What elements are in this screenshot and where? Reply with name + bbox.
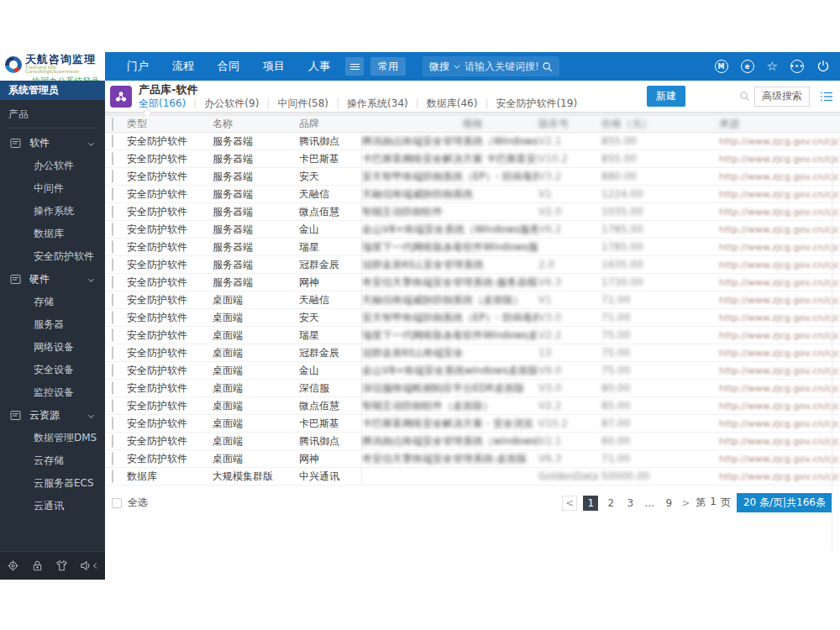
- nav-item[interactable]: 人事: [297, 59, 342, 74]
- row-checkbox[interactable]: [112, 470, 113, 483]
- advanced-search-button[interactable]: 高级搜索: [754, 87, 810, 107]
- nav-item-pinned[interactable]: 常用: [370, 57, 406, 76]
- table-body: 安全防护软件 服务器端 腾讯御点 腾讯御点终端安全管理系统（Windows版） …: [105, 133, 840, 486]
- nav-item[interactable]: 门户: [115, 59, 160, 74]
- row-checkbox[interactable]: [112, 134, 113, 148]
- row-checkbox[interactable]: [112, 381, 113, 395]
- category-tab[interactable]: 办公软件(9): [186, 97, 259, 109]
- sidebar-item[interactable]: 硬件: [0, 268, 105, 291]
- sidebar-item[interactable]: 安全设备: [0, 359, 105, 381]
- row-checkbox[interactable]: [112, 452, 113, 465]
- select-all-header-checkbox[interactable]: [112, 118, 113, 131]
- chevron-down-icon[interactable]: [454, 62, 459, 68]
- sidebar-item[interactable]: 网络设备: [0, 336, 105, 359]
- sidebar-item[interactable]: 云资源: [0, 404, 105, 427]
- favorites-star-icon[interactable]: ☆: [767, 60, 778, 73]
- page-number[interactable]: 1: [583, 496, 598, 511]
- category-tab[interactable]: 操作系统(34): [328, 97, 408, 109]
- page-number[interactable]: 3: [623, 496, 637, 511]
- cell-brand: 微点佰慧: [299, 397, 362, 414]
- cell-brand: 冠群金辰: [299, 256, 362, 273]
- page-prev-button[interactable]: <: [562, 496, 577, 511]
- row-checkbox[interactable]: [112, 152, 113, 165]
- lock-icon[interactable]: [31, 559, 44, 572]
- cell-brand: 网神: [299, 450, 362, 467]
- table-search-icon[interactable]: [739, 91, 750, 102]
- sidebar-item[interactable]: 云存储: [0, 449, 105, 472]
- page-number[interactable]: 2: [604, 496, 617, 511]
- category-tab[interactable]: 数据库(46): [408, 97, 478, 109]
- cell-type: 安全防护软件: [127, 311, 213, 325]
- select-all-label: 全选: [128, 496, 148, 510]
- global-search-input[interactable]: [465, 60, 542, 72]
- row-checkbox[interactable]: [112, 276, 113, 289]
- cell-spec-blurred: 卡巴斯基网络安全解决方案 卡巴斯基安全管理(KSC)模...: [362, 152, 538, 166]
- table-header-row: 类型 名称 品牌 规格 版本号 价格（元） 来源: [105, 116, 840, 133]
- scrollbar-track[interactable]: [832, 165, 832, 551]
- sidebar-item[interactable]: 监控设备: [0, 381, 105, 404]
- sound-speaker-icon[interactable]: [80, 559, 98, 572]
- row-checkbox[interactable]: [112, 205, 113, 218]
- row-checkbox[interactable]: [112, 417, 113, 430]
- sidebar-item[interactable]: 服务器: [0, 313, 105, 336]
- row-checkbox[interactable]: [112, 170, 113, 183]
- row-checkbox[interactable]: [112, 258, 113, 271]
- nav-more-menu-icon[interactable]: [345, 57, 364, 76]
- select-all-checkbox[interactable]: [112, 498, 122, 508]
- row-checkbox[interactable]: [112, 399, 113, 412]
- sidebar-item[interactable]: 数据管理DMS: [0, 427, 105, 449]
- row-checkbox[interactable]: [112, 293, 113, 307]
- sidebar-item[interactable]: 操作系统: [0, 200, 105, 223]
- sidebar-item-label: 中间件: [34, 181, 64, 196]
- sidebar-item-label: 数据管理DMS: [34, 431, 97, 445]
- sidebar-item[interactable]: 云通讯: [0, 495, 105, 517]
- cell-spec-blurred: 金山V8+终端安全系统（Windows服务器版）模块: [362, 223, 538, 237]
- row-checkbox[interactable]: [112, 223, 113, 236]
- sidebar-item[interactable]: 存储: [0, 291, 105, 313]
- cell-name: 桌面端: [213, 293, 299, 307]
- nav-item[interactable]: 合同: [206, 59, 251, 74]
- table-search-input[interactable]: [692, 91, 739, 102]
- more-options-icon[interactable]: •••: [790, 60, 804, 73]
- theme-shirt-icon[interactable]: [55, 559, 68, 572]
- row-checkbox[interactable]: [112, 311, 113, 324]
- search-mode-selector[interactable]: 微搜: [429, 60, 449, 74]
- row-checkbox[interactable]: [112, 187, 113, 201]
- new-button[interactable]: 新建: [647, 86, 685, 107]
- sidebar-item[interactable]: 安全防护软件: [0, 245, 105, 268]
- cell-spec-blurred: 腾讯御点终端安全管理系统（windows版）V2.1: [362, 434, 538, 449]
- list-view-icon[interactable]: [820, 91, 833, 102]
- sidebar-item[interactable]: 云服务器ECS: [0, 472, 105, 495]
- power-logout-icon[interactable]: [816, 60, 830, 73]
- sidebar-item[interactable]: 中间件: [0, 177, 105, 200]
- row-checkbox[interactable]: [112, 240, 113, 254]
- sidebar-item[interactable]: 数据库: [0, 223, 105, 245]
- feedback-icon[interactable]: e: [741, 60, 754, 73]
- settings-gear-icon[interactable]: [7, 559, 19, 572]
- row-checkbox[interactable]: [112, 328, 113, 342]
- collapse-chevron-icon[interactable]: [93, 563, 99, 569]
- cell-version-blurred: V1: [538, 294, 601, 306]
- category-tab[interactable]: 全部(166): [139, 97, 186, 109]
- category-tab[interactable]: 中间件(58): [259, 97, 328, 109]
- m-badge-icon[interactable]: M: [715, 60, 728, 73]
- nav-item[interactable]: 项目: [251, 59, 297, 74]
- page-number[interactable]: ...: [643, 496, 656, 511]
- cell-name: 桌面端: [213, 381, 299, 396]
- nav-item[interactable]: 流程: [160, 59, 206, 74]
- row-checkbox[interactable]: [112, 434, 113, 448]
- page-next-button[interactable]: >: [681, 497, 690, 509]
- row-checkbox[interactable]: [112, 346, 113, 360]
- cell-name: 大规模集群版: [213, 470, 299, 484]
- jump-page-value[interactable]: 1: [710, 496, 717, 510]
- page-number[interactable]: 9: [662, 496, 675, 511]
- row-checkbox[interactable]: [112, 364, 113, 377]
- category-tab[interactable]: 安全防护软件(19): [477, 97, 577, 109]
- cell-brand: 卡巴斯基: [299, 150, 362, 167]
- search-icon[interactable]: [542, 61, 553, 72]
- page-title: 产品库-软件: [139, 84, 577, 96]
- company-logo-icon: [5, 56, 22, 73]
- sidebar-item[interactable]: 办公软件: [0, 155, 105, 177]
- sidebar-item[interactable]: 软件: [0, 132, 105, 155]
- page-size-badge[interactable]: 20 条/页|共166条: [737, 493, 832, 512]
